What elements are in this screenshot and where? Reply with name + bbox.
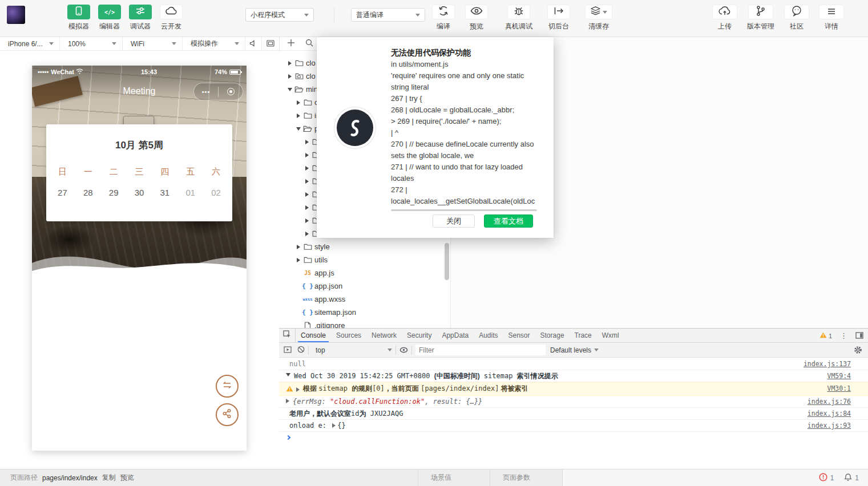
zoom-select[interactable]: 100%: [60, 37, 123, 50]
tree-item-.gitignore[interactable]: .gitignore: [279, 319, 450, 328]
tab-trace[interactable]: Trace: [570, 329, 597, 342]
add-file-icon[interactable]: [287, 39, 295, 49]
page-params-cell[interactable]: 页面参数: [490, 469, 562, 486]
tree-item-sitemap.json[interactable]: { }sitemap.json: [279, 306, 450, 319]
editor-button[interactable]: </> 编辑器: [98, 5, 121, 31]
expand-arrow-right[interactable]: [286, 61, 293, 66]
avatar[interactable]: [7, 6, 25, 24]
tree-item-app.js[interactable]: JSapp.js: [279, 266, 450, 280]
console-log-row[interactable]: {errMsg: "cloud.callFunction:ok", result…: [279, 396, 868, 408]
upload-button[interactable]: 上传: [712, 5, 737, 31]
clear-cache-button[interactable]: 清缓存: [585, 5, 612, 31]
mute-button[interactable]: [245, 37, 262, 50]
simulate-action-select[interactable]: 模拟操作: [183, 37, 245, 50]
tree-item-utils[interactable]: utils: [279, 253, 450, 266]
tab-sources[interactable]: Sources: [331, 329, 366, 342]
console-row-gutter[interactable]: [286, 384, 300, 394]
source-link[interactable]: index.js:137: [794, 360, 851, 368]
date-cell[interactable]: 01: [177, 188, 203, 197]
debugger-button[interactable]: 调试器: [129, 5, 152, 31]
expand-arrow-right[interactable]: [303, 232, 310, 236]
source-link[interactable]: VM59:4: [818, 372, 851, 380]
date-cell[interactable]: 28: [75, 188, 101, 197]
date-cell[interactable]: 31: [152, 188, 177, 197]
console-prompt[interactable]: [279, 432, 868, 439]
expand-arrow-right[interactable]: [303, 166, 310, 171]
expand-arrow-right[interactable]: [303, 205, 310, 210]
compile-mode-select[interactable]: 普通编译: [351, 8, 425, 22]
tree-item-app.json[interactable]: { }app.json: [279, 280, 450, 293]
tab-wxml[interactable]: Wxml: [597, 329, 624, 342]
notification-counter[interactable]: 1: [844, 473, 859, 483]
console-log-row[interactable]: 老用户，默认会议室id为 JXU2JAQGindex.js:84: [279, 408, 868, 420]
context-select[interactable]: top: [312, 346, 392, 354]
expand-arrow-down[interactable]: [286, 88, 293, 91]
share-button[interactable]: [216, 403, 239, 426]
dock-side-button[interactable]: [855, 331, 863, 341]
expand-arrow-down[interactable]: [294, 127, 302, 131]
tab-sensor[interactable]: Sensor: [503, 329, 535, 342]
mode-select[interactable]: 小程序模式: [245, 8, 314, 22]
console-log-row[interactable]: nullindex.js:137: [279, 358, 868, 370]
preview-path-link[interactable]: 预览: [120, 473, 134, 483]
sidebar-toggle-button[interactable]: [284, 345, 292, 355]
console-warning-row[interactable]: 根据 sitemap 的规则[0]，当前页面 [pages/index/inde…: [279, 382, 868, 396]
console-log-row[interactable]: onload e: {}index.js:93: [279, 420, 868, 432]
compile-button[interactable]: 编译: [432, 5, 455, 31]
tab-appdata[interactable]: AppData: [437, 329, 474, 342]
console-row-gutter[interactable]: [286, 372, 290, 376]
tree-scrollbar[interactable]: [445, 243, 449, 280]
expand-arrow-right[interactable]: [294, 100, 302, 105]
log-levels-select[interactable]: Default levels: [550, 346, 599, 354]
console-log-row[interactable]: Wed Oct 30 2019 15:42:25 GMT+0800 (中国标准时…: [279, 370, 868, 382]
live-expression-icon[interactable]: [399, 345, 408, 355]
date-cell[interactable]: 29: [101, 188, 127, 197]
community-button[interactable]: 社区: [784, 5, 809, 31]
close-button[interactable]: 关闭: [433, 214, 475, 228]
inspect-button[interactable]: [279, 329, 296, 342]
switch-background-button[interactable]: 切后台: [547, 5, 570, 31]
date-cell[interactable]: 27: [50, 188, 75, 197]
date-cell[interactable]: 02: [203, 188, 229, 197]
tab-audits[interactable]: Audits: [474, 329, 503, 342]
swap-room-button[interactable]: [216, 375, 239, 398]
view-docs-button[interactable]: 查看文档: [484, 214, 533, 228]
console-settings-button[interactable]: [854, 346, 862, 354]
scene-value-cell[interactable]: 场景值: [418, 469, 490, 486]
expand-arrow-right[interactable]: [303, 192, 310, 197]
details-button[interactable]: 详情: [819, 5, 844, 31]
copy-path-link[interactable]: 复制: [102, 473, 116, 483]
expand-arrow-right[interactable]: [303, 179, 310, 184]
date-cell[interactable]: 30: [127, 188, 152, 197]
source-link[interactable]: index.js:93: [798, 422, 851, 430]
expand-arrow-right[interactable]: [294, 245, 302, 249]
tree-item-app.wxss[interactable]: wxssapp.wxss: [279, 293, 450, 306]
error-counter[interactable]: 1: [819, 473, 834, 483]
warning-badge[interactable]: 1: [819, 332, 832, 339]
screenshot-button[interactable]: [262, 37, 278, 50]
clear-console-button[interactable]: [297, 345, 305, 355]
dialog-hscrollbar[interactable]: [391, 209, 537, 211]
expand-arrow-right[interactable]: [286, 74, 293, 79]
device-select[interactable]: iPhone 6/...: [0, 37, 60, 50]
preview-button[interactable]: 预览: [465, 5, 488, 31]
expand-arrow-right[interactable]: [303, 218, 310, 223]
tab-security[interactable]: Security: [402, 329, 437, 342]
source-link[interactable]: index.js:84: [798, 410, 851, 418]
expand-arrow-right[interactable]: [303, 153, 310, 157]
expand-arrow-right[interactable]: [303, 140, 310, 144]
cloud-dev-button[interactable]: 云开发: [160, 5, 183, 31]
filter-input[interactable]: [415, 345, 546, 355]
exit-button[interactable]: [219, 88, 243, 95]
network-select[interactable]: WiFi: [123, 37, 183, 50]
more-menu-button[interactable]: •••: [194, 88, 218, 95]
search-icon[interactable]: [305, 39, 313, 49]
tab-console[interactable]: Console: [296, 329, 331, 342]
tab-storage[interactable]: Storage: [535, 329, 570, 342]
source-link[interactable]: index.js:76: [798, 398, 851, 406]
tab-network[interactable]: Network: [366, 329, 402, 342]
expand-arrow-right[interactable]: [294, 258, 302, 262]
device-debug-button[interactable]: 真机调试: [505, 5, 532, 31]
tree-item-style[interactable]: style: [279, 240, 450, 253]
version-control-button[interactable]: 版本管理: [747, 5, 774, 31]
